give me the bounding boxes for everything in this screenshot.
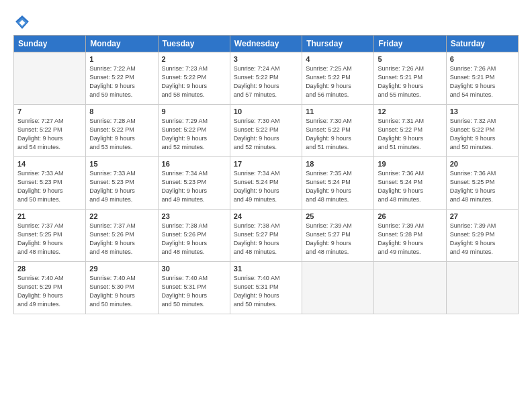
day-info: Sunrise: 7:31 AM Sunset: 5:22 PM Dayligh… xyxy=(378,117,442,152)
logo-icon xyxy=(15,15,30,30)
calendar-cell: 13Sunrise: 7:32 AM Sunset: 5:22 PM Dayli… xyxy=(446,105,518,157)
header-monday: Monday xyxy=(86,36,158,52)
calendar-cell: 23Sunrise: 7:38 AM Sunset: 5:26 PM Dayli… xyxy=(158,210,230,262)
page-container: SundayMondayTuesdayWednesdayThursdayFrid… xyxy=(0,0,532,321)
day-number: 31 xyxy=(234,265,298,273)
day-info: Sunrise: 7:37 AM Sunset: 5:25 PM Dayligh… xyxy=(17,222,82,257)
day-info: Sunrise: 7:39 AM Sunset: 5:29 PM Dayligh… xyxy=(450,222,515,257)
week-row-2: 7Sunrise: 7:27 AM Sunset: 5:22 PM Daylig… xyxy=(14,105,519,157)
calendar-cell: 22Sunrise: 7:37 AM Sunset: 5:26 PM Dayli… xyxy=(86,210,158,262)
day-info: Sunrise: 7:30 AM Sunset: 5:22 PM Dayligh… xyxy=(234,117,298,152)
day-info: Sunrise: 7:38 AM Sunset: 5:26 PM Dayligh… xyxy=(162,222,226,257)
calendar-cell: 7Sunrise: 7:27 AM Sunset: 5:22 PM Daylig… xyxy=(14,105,86,157)
calendar-cell: 30Sunrise: 7:40 AM Sunset: 5:31 PM Dayli… xyxy=(158,262,230,314)
day-number: 20 xyxy=(450,160,515,168)
calendar-cell: 29Sunrise: 7:40 AM Sunset: 5:30 PM Dayli… xyxy=(86,262,158,314)
day-number: 1 xyxy=(89,55,154,63)
day-info: Sunrise: 7:30 AM Sunset: 5:22 PM Dayligh… xyxy=(306,117,370,152)
calendar-cell: 28Sunrise: 7:40 AM Sunset: 5:29 PM Dayli… xyxy=(14,262,86,314)
day-number: 8 xyxy=(89,107,154,116)
day-number: 15 xyxy=(89,160,154,168)
week-row-5: 28Sunrise: 7:40 AM Sunset: 5:29 PM Dayli… xyxy=(14,262,519,314)
calendar-cell: 26Sunrise: 7:39 AM Sunset: 5:28 PM Dayli… xyxy=(374,210,446,262)
day-info: Sunrise: 7:25 AM Sunset: 5:22 PM Dayligh… xyxy=(306,64,370,99)
calendar-cell: 8Sunrise: 7:28 AM Sunset: 5:22 PM Daylig… xyxy=(86,105,158,157)
day-info: Sunrise: 7:39 AM Sunset: 5:27 PM Dayligh… xyxy=(306,222,370,257)
day-info: Sunrise: 7:37 AM Sunset: 5:26 PM Dayligh… xyxy=(89,222,154,257)
day-number: 5 xyxy=(378,55,442,63)
day-info: Sunrise: 7:22 AM Sunset: 5:22 PM Dayligh… xyxy=(89,64,154,99)
day-info: Sunrise: 7:40 AM Sunset: 5:30 PM Dayligh… xyxy=(89,274,154,309)
calendar-cell: 19Sunrise: 7:36 AM Sunset: 5:24 PM Dayli… xyxy=(374,157,446,210)
day-info: Sunrise: 7:34 AM Sunset: 5:24 PM Dayligh… xyxy=(234,169,298,204)
day-number: 4 xyxy=(306,55,370,63)
day-info: Sunrise: 7:26 AM Sunset: 5:21 PM Dayligh… xyxy=(450,64,515,99)
day-number: 3 xyxy=(234,55,298,63)
calendar-cell: 27Sunrise: 7:39 AM Sunset: 5:29 PM Dayli… xyxy=(446,210,518,262)
calendar-cell: 6Sunrise: 7:26 AM Sunset: 5:21 PM Daylig… xyxy=(446,52,518,105)
day-number: 9 xyxy=(162,107,226,116)
calendar-cell: 4Sunrise: 7:25 AM Sunset: 5:22 PM Daylig… xyxy=(302,52,374,105)
day-number: 17 xyxy=(234,160,298,168)
calendar-cell: 10Sunrise: 7:30 AM Sunset: 5:22 PM Dayli… xyxy=(230,105,302,157)
day-info: Sunrise: 7:40 AM Sunset: 5:31 PM Dayligh… xyxy=(234,274,298,309)
calendar-cell: 17Sunrise: 7:34 AM Sunset: 5:24 PM Dayli… xyxy=(230,157,302,210)
calendar-cell: 24Sunrise: 7:38 AM Sunset: 5:27 PM Dayli… xyxy=(230,210,302,262)
calendar-table: SundayMondayTuesdayWednesdayThursdayFrid… xyxy=(13,35,519,314)
calendar-cell: 3Sunrise: 7:24 AM Sunset: 5:22 PM Daylig… xyxy=(230,52,302,105)
day-number: 26 xyxy=(378,212,442,220)
day-number: 27 xyxy=(450,212,515,220)
day-number: 23 xyxy=(162,212,226,220)
calendar-cell: 21Sunrise: 7:37 AM Sunset: 5:25 PM Dayli… xyxy=(14,210,86,262)
day-info: Sunrise: 7:39 AM Sunset: 5:28 PM Dayligh… xyxy=(378,222,442,257)
day-number: 18 xyxy=(306,160,370,168)
day-number: 14 xyxy=(17,160,82,168)
calendar-cell: 20Sunrise: 7:36 AM Sunset: 5:25 PM Dayli… xyxy=(446,157,518,210)
calendar-cell: 1Sunrise: 7:22 AM Sunset: 5:22 PM Daylig… xyxy=(86,52,158,105)
day-info: Sunrise: 7:34 AM Sunset: 5:23 PM Dayligh… xyxy=(162,169,226,204)
day-number: 11 xyxy=(306,107,370,116)
day-info: Sunrise: 7:23 AM Sunset: 5:22 PM Dayligh… xyxy=(162,64,226,99)
week-row-3: 14Sunrise: 7:33 AM Sunset: 5:23 PM Dayli… xyxy=(14,157,519,210)
header-tuesday: Tuesday xyxy=(158,36,230,52)
day-info: Sunrise: 7:40 AM Sunset: 5:29 PM Dayligh… xyxy=(17,274,82,309)
day-info: Sunrise: 7:27 AM Sunset: 5:22 PM Dayligh… xyxy=(17,117,82,152)
day-number: 19 xyxy=(378,160,442,168)
day-info: Sunrise: 7:36 AM Sunset: 5:25 PM Dayligh… xyxy=(450,169,515,204)
day-number: 21 xyxy=(17,212,82,220)
day-info: Sunrise: 7:29 AM Sunset: 5:22 PM Dayligh… xyxy=(162,117,226,152)
logo xyxy=(13,15,30,30)
day-number: 6 xyxy=(450,55,515,63)
header-friday: Friday xyxy=(374,36,446,52)
header-thursday: Thursday xyxy=(302,36,374,52)
day-number: 12 xyxy=(378,107,442,116)
day-info: Sunrise: 7:40 AM Sunset: 5:31 PM Dayligh… xyxy=(162,274,226,309)
header-row-days: SundayMondayTuesdayWednesdayThursdayFrid… xyxy=(14,36,519,52)
day-number: 28 xyxy=(17,265,82,273)
week-row-1: 1Sunrise: 7:22 AM Sunset: 5:22 PM Daylig… xyxy=(14,52,519,105)
calendar-cell: 2Sunrise: 7:23 AM Sunset: 5:22 PM Daylig… xyxy=(158,52,230,105)
day-number: 2 xyxy=(162,55,226,63)
day-number: 29 xyxy=(89,265,154,273)
calendar-cell: 9Sunrise: 7:29 AM Sunset: 5:22 PM Daylig… xyxy=(158,105,230,157)
header-wednesday: Wednesday xyxy=(230,36,302,52)
calendar-cell: 11Sunrise: 7:30 AM Sunset: 5:22 PM Dayli… xyxy=(302,105,374,157)
calendar-cell xyxy=(446,262,518,314)
calendar-cell: 15Sunrise: 7:33 AM Sunset: 5:23 PM Dayli… xyxy=(86,157,158,210)
day-number: 30 xyxy=(162,265,226,273)
calendar-cell xyxy=(374,262,446,314)
day-info: Sunrise: 7:35 AM Sunset: 5:24 PM Dayligh… xyxy=(306,169,370,204)
calendar-cell: 31Sunrise: 7:40 AM Sunset: 5:31 PM Dayli… xyxy=(230,262,302,314)
calendar-cell: 18Sunrise: 7:35 AM Sunset: 5:24 PM Dayli… xyxy=(302,157,374,210)
week-row-4: 21Sunrise: 7:37 AM Sunset: 5:25 PM Dayli… xyxy=(14,210,519,262)
header-row xyxy=(13,12,519,30)
day-number: 22 xyxy=(89,212,154,220)
calendar-cell xyxy=(14,52,86,105)
day-number: 10 xyxy=(234,107,298,116)
calendar-cell: 5Sunrise: 7:26 AM Sunset: 5:21 PM Daylig… xyxy=(374,52,446,105)
calendar-cell: 16Sunrise: 7:34 AM Sunset: 5:23 PM Dayli… xyxy=(158,157,230,210)
day-info: Sunrise: 7:38 AM Sunset: 5:27 PM Dayligh… xyxy=(234,222,298,257)
day-number: 7 xyxy=(17,107,82,116)
day-number: 24 xyxy=(234,212,298,220)
day-info: Sunrise: 7:28 AM Sunset: 5:22 PM Dayligh… xyxy=(89,117,154,152)
